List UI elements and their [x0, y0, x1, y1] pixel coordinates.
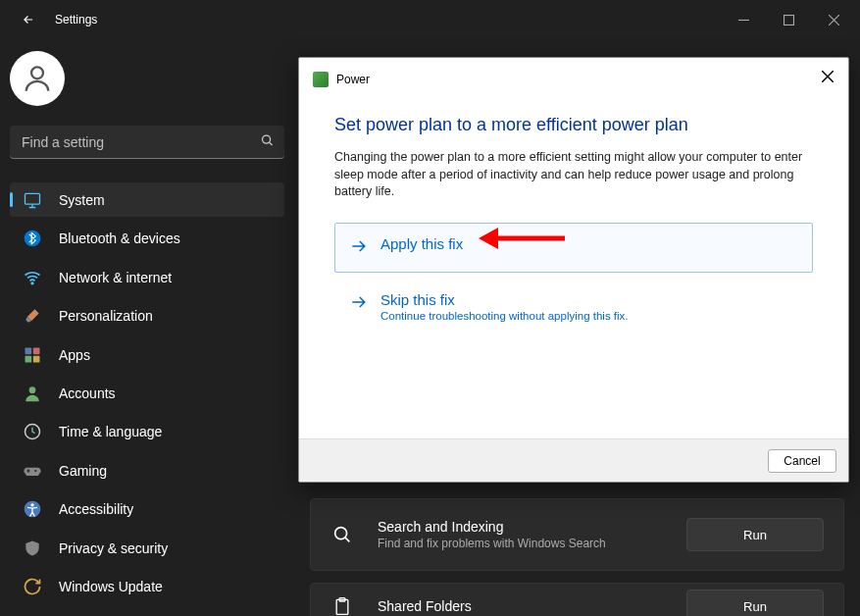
- svg-point-14: [30, 504, 33, 507]
- sidebar-item-label: Gaming: [59, 463, 107, 479]
- minimize-button[interactable]: [721, 0, 766, 39]
- sidebar-item-bluetooth[interactable]: Bluetooth & devices: [10, 221, 284, 255]
- sidebar-item-system[interactable]: System: [10, 182, 284, 217]
- arrow-right-icon: [349, 292, 369, 316]
- sidebar-item-update[interactable]: Windows Update: [10, 570, 284, 604]
- sidebar-item-label: Privacy & security: [59, 540, 168, 556]
- card-title: Search and Indexing: [378, 519, 686, 535]
- paintbrush-icon: [22, 305, 43, 327]
- option-title: Apply this fix: [380, 235, 463, 252]
- apps-icon: [22, 344, 43, 366]
- svg-point-5: [31, 282, 33, 284]
- svg-point-2: [263, 135, 271, 143]
- option-title: Skip this fix: [380, 291, 629, 308]
- svg-rect-0: [784, 15, 793, 25]
- skip-fix-option[interactable]: Skip this fix Continue troubleshooting w…: [334, 279, 813, 334]
- sidebar-item-label: Bluetooth & devices: [59, 231, 180, 246]
- svg-marker-19: [479, 228, 498, 249]
- sidebar-item-accessibility[interactable]: Accessibility: [10, 492, 284, 527]
- maximize-button[interactable]: [766, 0, 811, 39]
- search-icon: [260, 133, 275, 152]
- accessibility-icon: [22, 498, 43, 520]
- wifi-icon: [22, 267, 43, 288]
- sidebar-item-label: Apps: [59, 347, 90, 363]
- svg-point-12: [34, 470, 36, 472]
- clock-icon: [22, 421, 43, 442]
- sidebar-item-label: Accessibility: [59, 501, 133, 517]
- dialog-description: Changing the power plan to a more effici…: [334, 149, 813, 201]
- troubleshooter-dialog: Power Set power plan to a more efficient…: [298, 57, 849, 483]
- apply-fix-option[interactable]: Apply this fix: [334, 223, 813, 273]
- svg-point-1: [31, 67, 43, 78]
- window-title: Settings: [55, 13, 97, 26]
- svg-rect-8: [25, 355, 32, 362]
- sidebar-item-personalization[interactable]: Personalization: [10, 298, 284, 333]
- dialog-close-button[interactable]: [817, 66, 838, 87]
- svg-rect-3: [25, 193, 40, 204]
- search-icon: [330, 524, 354, 545]
- sidebar-item-gaming[interactable]: Gaming: [10, 453, 284, 488]
- svg-rect-7: [33, 347, 40, 354]
- system-icon: [22, 189, 43, 211]
- bluetooth-icon: [22, 228, 43, 249]
- sidebar-item-label: Network & internet: [59, 270, 172, 285]
- run-button[interactable]: Run: [686, 590, 824, 616]
- shield-icon: [22, 538, 43, 559]
- sidebar-item-time[interactable]: Time & language: [10, 415, 284, 449]
- arrow-right-icon: [349, 236, 369, 260]
- card-subtitle: Find and fix problems with Windows Searc…: [378, 537, 686, 550]
- run-button[interactable]: Run: [686, 518, 824, 551]
- sidebar-item-privacy[interactable]: Privacy & security: [10, 531, 284, 565]
- svg-point-10: [29, 386, 36, 393]
- search-input[interactable]: [10, 126, 284, 159]
- annotation-arrow: [479, 222, 567, 255]
- avatar: [10, 51, 65, 106]
- titlebar: Settings: [0, 0, 860, 39]
- sidebar-item-label: Accounts: [59, 385, 116, 401]
- power-icon: [313, 72, 329, 87]
- svg-rect-6: [25, 347, 32, 354]
- sidebar-item-network[interactable]: Network & internet: [10, 260, 284, 294]
- close-button[interactable]: [811, 0, 856, 39]
- troubleshoot-card-folders[interactable]: Shared Folders Run: [310, 583, 844, 616]
- user-account-row[interactable]: [10, 51, 284, 122]
- cancel-button[interactable]: Cancel: [768, 449, 836, 473]
- update-icon: [22, 576, 43, 597]
- person-icon: [22, 383, 43, 404]
- dialog-header: Power: [299, 58, 848, 87]
- dialog-header-label: Power: [336, 73, 370, 86]
- dialog-footer: Cancel: [299, 438, 848, 482]
- sidebar-item-label: System: [59, 192, 105, 208]
- sidebar-item-label: Personalization: [59, 308, 153, 324]
- dialog-title: Set power plan to a more efficient power…: [334, 115, 813, 135]
- sidebar-item-label: Time & language: [59, 424, 162, 439]
- sidebar-item-label: Windows Update: [59, 579, 163, 594]
- troubleshoot-card-search[interactable]: Search and Indexing Find and fix problem…: [310, 498, 844, 571]
- folder-icon: [330, 596, 354, 616]
- sidebar: System Bluetooth & devices Network & int…: [0, 39, 294, 616]
- search-wrapper: [10, 126, 284, 159]
- svg-point-15: [335, 528, 347, 539]
- sidebar-item-accounts[interactable]: Accounts: [10, 376, 284, 410]
- sidebar-item-apps[interactable]: Apps: [10, 337, 284, 372]
- back-button[interactable]: [12, 3, 45, 36]
- card-title: Shared Folders: [378, 598, 686, 614]
- option-subtitle: Continue troubleshooting without applyin…: [380, 310, 629, 322]
- gaming-icon: [22, 460, 43, 482]
- svg-rect-9: [33, 355, 40, 362]
